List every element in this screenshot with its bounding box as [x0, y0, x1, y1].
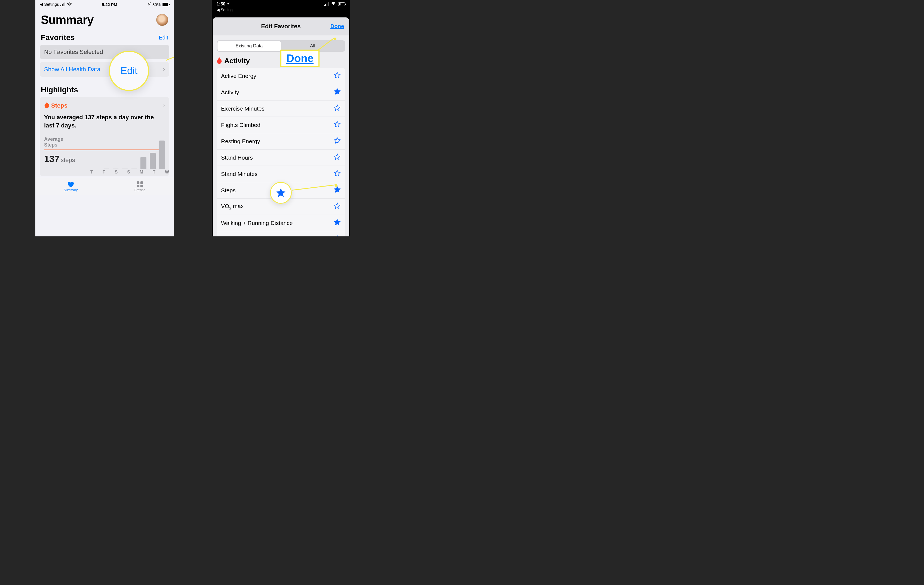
- status-time: 5:22 PM: [102, 2, 117, 7]
- back-to-settings[interactable]: ◀ Settings: [40, 2, 59, 7]
- tab-label: Summary: [64, 188, 78, 192]
- chart-x-labels: T F S S M T W: [44, 170, 165, 176]
- back-to-settings[interactable]: ◀ Settings: [217, 8, 345, 12]
- item-label: Walking + Running Distance: [221, 220, 293, 226]
- status-bar: 1:50 ◀ Settings: [212, 0, 350, 17]
- svg-rect-1: [140, 182, 143, 184]
- phone-summary: ◀ Settings 5:22 PM 80% Summary Favorites…: [35, 0, 174, 236]
- done-button[interactable]: Done: [330, 23, 344, 30]
- list-item[interactable]: Walking + Running Distance: [217, 215, 345, 231]
- seg-existing-data[interactable]: Existing Data: [218, 41, 281, 51]
- category-activity: Activity: [224, 57, 250, 65]
- star-icon[interactable]: [334, 72, 341, 80]
- star-icon[interactable]: [334, 137, 341, 145]
- list-item[interactable]: Flights Climbed: [217, 117, 345, 133]
- status-bar: ◀ Settings 5:22 PM 80%: [35, 0, 174, 8]
- avatar[interactable]: [156, 14, 168, 26]
- item-label: VO2 max: [221, 203, 244, 210]
- edit-callout: Edit: [109, 51, 149, 91]
- location-icon: [147, 2, 151, 7]
- back-label: Settings: [44, 2, 59, 7]
- svg-rect-0: [137, 182, 139, 184]
- star-callout: [270, 182, 292, 204]
- tab-label: Browse: [134, 188, 145, 192]
- phone-edit-favorites: 1:50 ◀ Settings Edit Favorites Done Exis…: [212, 0, 350, 236]
- signal-icon: [60, 2, 65, 6]
- list-item[interactable]: Workouts: [217, 231, 345, 236]
- star-icon[interactable]: [334, 88, 341, 96]
- done-callout: Done: [280, 50, 320, 67]
- signal-icon: [324, 2, 329, 6]
- chevron-right-icon: ›: [163, 102, 165, 109]
- svg-rect-2: [137, 185, 139, 187]
- tab-browse[interactable]: Browse: [134, 181, 145, 192]
- steps-summary-text: You averaged 137 steps a day over the la…: [44, 113, 165, 129]
- status-time: 1:50: [217, 2, 230, 7]
- battery-icon: [338, 2, 345, 6]
- item-label: Flights Climbed: [221, 122, 261, 128]
- star-icon[interactable]: [334, 170, 341, 178]
- star-icon[interactable]: [334, 235, 341, 236]
- item-label: Exercise Minutes: [221, 106, 264, 112]
- item-label: Stand Minutes: [221, 171, 257, 177]
- wifi-icon: [331, 2, 336, 7]
- edit-favorites-sheet: Edit Favorites Done Existing Data All Ac…: [213, 17, 349, 236]
- show-all-label: Show All Health Data: [44, 66, 101, 73]
- steps-highlight-card[interactable]: Steps › You averaged 137 steps a day ove…: [40, 97, 169, 176]
- item-label: Stand Hours: [221, 154, 253, 161]
- item-label: Activity: [221, 89, 239, 96]
- show-all-health-data[interactable]: Show All Health Data ›: [40, 62, 169, 77]
- item-label: Active Energy: [221, 73, 256, 79]
- star-icon[interactable]: [334, 121, 341, 129]
- list-item[interactable]: Activity: [217, 84, 345, 101]
- wifi-icon: [67, 2, 72, 7]
- chevron-right-icon: ›: [163, 66, 165, 73]
- no-favorites-card: No Favorites Selected: [40, 45, 169, 59]
- favorites-heading: Favorites: [41, 33, 75, 42]
- tab-summary[interactable]: Summary: [64, 181, 78, 192]
- battery-pct: 80%: [152, 2, 160, 7]
- battery-icon: [162, 3, 169, 6]
- star-icon[interactable]: [334, 186, 341, 195]
- steps-label: Steps: [51, 102, 68, 109]
- star-icon[interactable]: [334, 202, 341, 211]
- list-item[interactable]: Active Energy: [217, 68, 345, 84]
- flame-icon: [217, 57, 222, 65]
- item-label: Steps: [221, 187, 236, 193]
- edit-button[interactable]: Edit: [159, 35, 168, 41]
- star-icon[interactable]: [334, 153, 341, 162]
- heart-icon: [67, 181, 74, 188]
- star-icon[interactable]: [334, 219, 341, 227]
- item-label: Resting Energy: [221, 138, 260, 145]
- svg-rect-3: [140, 185, 143, 187]
- list-item[interactable]: Stand Hours: [217, 150, 345, 166]
- avg-value: 137: [44, 154, 59, 164]
- flame-icon: [44, 101, 50, 110]
- list-item[interactable]: Resting Energy: [217, 133, 345, 150]
- list-item[interactable]: Exercise Minutes: [217, 101, 345, 117]
- avg-units: steps: [61, 157, 75, 164]
- highlights-heading: Highlights: [41, 86, 78, 94]
- steps-bar-chart: [104, 139, 165, 169]
- sheet-title: Edit Favorites: [261, 23, 300, 30]
- avg-label: AverageSteps: [44, 136, 63, 148]
- tab-bar: Summary Browse: [35, 178, 174, 195]
- star-icon[interactable]: [334, 104, 341, 113]
- page-title: Summary: [41, 13, 94, 27]
- item-label: Workouts: [221, 236, 245, 237]
- grid-icon: [136, 181, 144, 188]
- list-item[interactable]: Stand Minutes: [217, 166, 345, 182]
- favorites-list: Active EnergyActivityExercise MinutesFli…: [217, 68, 345, 236]
